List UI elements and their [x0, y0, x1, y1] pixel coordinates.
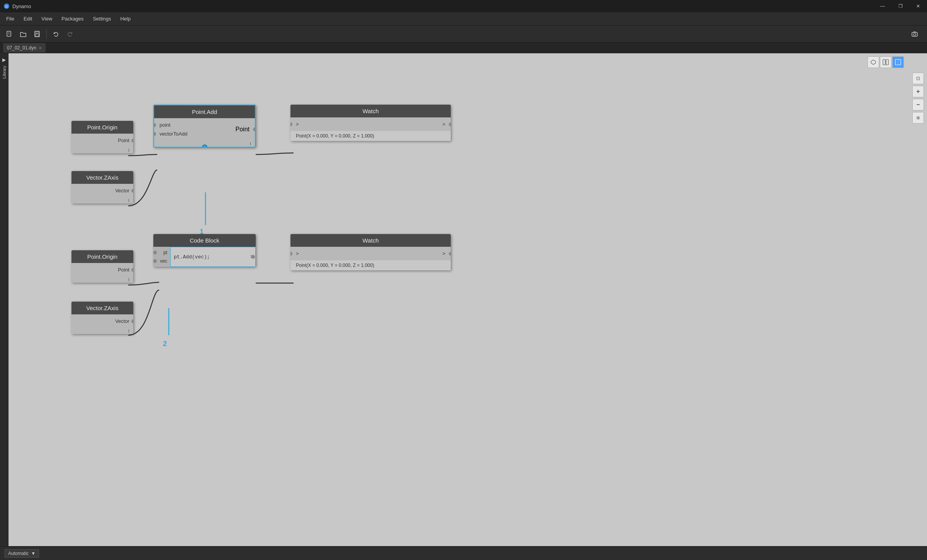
top-vector-body: Vector — [71, 184, 133, 197]
bottom-watch-body: > > — [290, 247, 451, 260]
point-add-point-row: point — [154, 120, 233, 129]
code-port-pt: pt — [155, 249, 169, 256]
menu-settings[interactable]: Settings — [88, 14, 115, 23]
zoom-toolbar: ⊡ + − ⊕ — [912, 73, 924, 124]
bottom-watch-arrow-row: > > — [290, 249, 451, 258]
top-watch-header: Watch — [290, 105, 451, 117]
code-block-body: pt vec pt.Add(vec); > — [153, 247, 256, 267]
tab-close-button[interactable]: ✕ — [39, 46, 42, 50]
point-origin-output-port[interactable] — [131, 139, 133, 143]
bottom-vector-header: Vector.ZAxis — [71, 302, 133, 314]
top-vector-zaxis-node[interactable]: Vector.ZAxis Vector I — [71, 171, 133, 204]
view-mode-toolbar — [868, 56, 904, 68]
run-mode-dropdown[interactable]: Automatic ▼ — [5, 549, 39, 558]
top-watch-output: Point(X = 0.000, Y = 0.000, Z = 1.000) — [290, 131, 451, 141]
bottom-vector-body: Vector — [71, 314, 133, 328]
watch-output-port[interactable] — [449, 122, 451, 126]
point-add-vector-row: vectorToAdd — [154, 129, 233, 138]
fit-view-button[interactable]: ⊡ — [912, 73, 924, 84]
code-block-ports: pt vec — [153, 247, 170, 267]
reset-view-button[interactable]: ⊕ — [912, 112, 924, 124]
menu-file[interactable]: File — [2, 14, 19, 23]
bottom-watch-input-port[interactable] — [290, 252, 292, 256]
bottom-point-origin-header: Point.Origin — [71, 250, 133, 263]
menu-view[interactable]: View — [37, 14, 57, 23]
point-add-vector-input-port[interactable] — [153, 132, 156, 136]
menu-packages[interactable]: Packages — [57, 14, 88, 23]
zoom-in-button[interactable]: + — [912, 86, 924, 97]
bottom-vector-output-row: Vector — [71, 317, 133, 326]
svg-text:D: D — [5, 5, 8, 8]
main-area: ▶ Library ⊡ + − ⊕ — [0, 53, 927, 546]
toolbar-divider — [46, 29, 47, 39]
view-mode-graph-button[interactable] — [892, 56, 904, 68]
app-title: Dynamo — [12, 3, 31, 9]
window-controls: — ❐ ✕ — [874, 0, 927, 12]
bottom-watch-node[interactable]: Watch > > Point(X = 0.000, Y = 0.000, Z … — [290, 234, 451, 270]
watch-input-port[interactable] — [290, 122, 292, 126]
open-button[interactable] — [17, 28, 29, 40]
top-vector-output-row: Vector — [71, 186, 133, 195]
code-pt-port[interactable] — [153, 251, 157, 255]
tabbar: 07_02_01.dyn ✕ — [0, 42, 927, 53]
svg-rect-11 — [886, 59, 888, 65]
code-text: pt.Add(vec); — [174, 254, 210, 260]
minimize-button[interactable]: — — [874, 0, 891, 12]
bottom-point-origin-node[interactable]: Point.Origin Point I — [71, 250, 133, 283]
sidebar: ▶ Library — [0, 53, 8, 546]
menu-help[interactable]: Help — [115, 14, 135, 23]
bottom-watch-output: Point(X = 0.000, Y = 0.000, Z = 1.000) — [290, 260, 451, 270]
code-block-header: Code Block — [153, 234, 256, 247]
top-point-origin-node[interactable]: Point.Origin Point I — [71, 121, 133, 153]
svg-rect-12 — [895, 59, 901, 65]
point-add-point-input-port[interactable] — [153, 123, 156, 127]
bottom-watch-header: Watch — [290, 234, 451, 247]
run-mode-arrow: ▼ — [31, 551, 36, 556]
code-block-node[interactable]: Code Block pt vec pt.Add(vec); — [153, 234, 256, 267]
code-output-port[interactable] — [251, 255, 255, 259]
undo-button[interactable] — [50, 28, 62, 40]
point-add-output-port[interactable] — [253, 127, 256, 131]
top-point-add-header: Point.Add — [154, 105, 255, 118]
view-mode-3d-button[interactable] — [868, 56, 879, 68]
zoom-out-button[interactable]: − — [912, 99, 924, 110]
bottom-point-origin-output-port[interactable] — [131, 268, 133, 272]
top-point-origin-header: Point.Origin — [71, 121, 133, 134]
code-output-arrow: > — [250, 254, 253, 260]
bottom-vector-zaxis-node[interactable]: Vector.ZAxis Vector I — [71, 302, 133, 334]
sidebar-arrow[interactable]: ▶ — [2, 57, 6, 63]
top-point-add-node[interactable]: Point.Add point vectorToAdd — [153, 105, 256, 148]
bottom-point-origin-output-row: Point — [71, 265, 133, 274]
svg-rect-10 — [883, 59, 885, 65]
bottom-vector-output-port[interactable] — [131, 319, 133, 323]
maximize-button[interactable]: ❐ — [891, 0, 909, 12]
save-button[interactable] — [31, 28, 43, 40]
canvas[interactable]: ⊡ + − ⊕ Poin — [8, 53, 927, 546]
file-tab[interactable]: 07_02_01.dyn ✕ — [3, 43, 46, 53]
app-icon: D — [3, 3, 10, 10]
statusbar: Automatic ▼ — [0, 546, 927, 560]
bottom-watch-output-port[interactable] — [449, 252, 451, 256]
top-point-origin-body: Point — [71, 134, 133, 147]
view-mode-split-button[interactable] — [880, 56, 891, 68]
sidebar-label[interactable]: Library — [2, 66, 7, 79]
menu-edit[interactable]: Edit — [19, 14, 37, 23]
vector-output-port[interactable] — [131, 189, 133, 193]
code-vec-port[interactable] — [153, 259, 157, 263]
svg-rect-7 — [36, 34, 39, 36]
titlebar: D Dynamo — ❐ ✕ — [0, 0, 927, 12]
top-point-origin-footer: I — [71, 147, 133, 153]
code-block-content[interactable]: pt.Add(vec); > — [170, 247, 256, 267]
point-add-bottom-port[interactable] — [202, 144, 207, 148]
bottom-point-origin-body: Point — [71, 263, 133, 277]
new-button[interactable] — [3, 28, 15, 40]
camera-button[interactable] — [908, 28, 921, 40]
top-watch-arrow-row: > > — [290, 120, 451, 129]
close-button[interactable]: ✕ — [909, 0, 927, 12]
run-mode-label: Automatic — [8, 551, 29, 556]
top-watch-node[interactable]: Watch > > Point(X = 0.000, Y = 0.000, Z … — [290, 105, 451, 141]
svg-point-9 — [913, 33, 916, 36]
bottom-point-origin-footer: I — [71, 277, 133, 283]
top-watch-body: > > — [290, 117, 451, 131]
redo-button[interactable] — [64, 28, 76, 40]
